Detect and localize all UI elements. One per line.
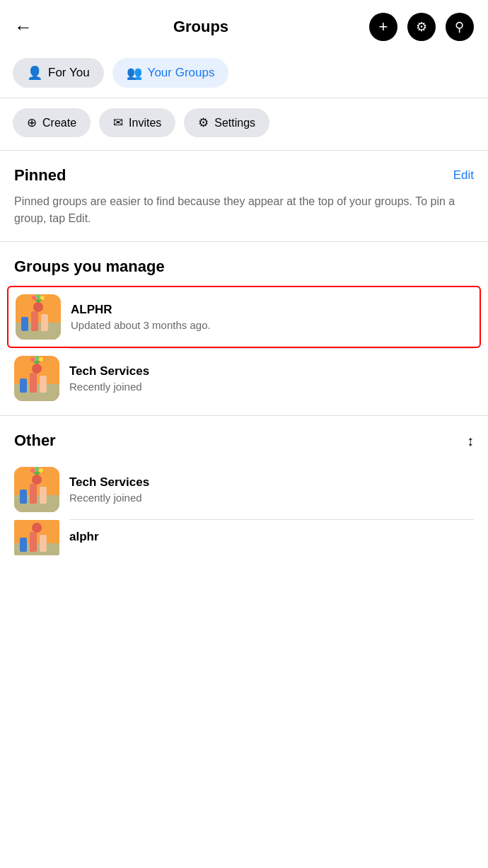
sort-icon[interactable]: ↕ — [467, 433, 474, 449]
svg-rect-2 — [21, 317, 28, 331]
header-icons: + ⚙ ⚲ — [369, 13, 474, 41]
group-item-tech-services-manage[interactable]: Tech Services Recently joined — [14, 349, 474, 408]
invites-icon: ✉ — [113, 115, 123, 130]
app-header: ← Groups + ⚙ ⚲ — [0, 0, 488, 51]
page-title: Groups — [173, 18, 228, 36]
actions-divider — [0, 150, 488, 151]
tab-your-groups-label: Your Groups — [148, 66, 215, 80]
svg-point-41 — [32, 523, 42, 533]
group-item-alphr-other[interactable]: alphr — [14, 520, 474, 555]
svg-rect-16 — [40, 376, 47, 393]
create-button[interactable]: ⊕ Create — [13, 108, 91, 137]
svg-point-33 — [30, 468, 35, 473]
pinned-description: Pinned groups are easier to find because… — [14, 193, 474, 234]
svg-rect-3 — [31, 311, 38, 331]
search-icon-button[interactable]: ⚲ — [446, 13, 474, 41]
pinned-edit-button[interactable]: Edit — [453, 168, 474, 183]
group-thumb-alphr — [16, 294, 61, 340]
svg-point-5 — [33, 302, 43, 312]
group-name-tech-services-manage: Tech Services — [69, 364, 474, 378]
svg-rect-27 — [30, 484, 37, 504]
svg-rect-4 — [41, 314, 48, 331]
svg-point-9 — [32, 296, 36, 300]
settings-icon: ⚙ — [198, 115, 209, 130]
svg-point-35 — [35, 467, 39, 471]
group-info-tech-services-other: Tech Services Recently joined — [69, 475, 474, 504]
group-sub-tech-services-manage: Recently joined — [69, 381, 474, 393]
group-sub-tech-services-other: Recently joined — [69, 492, 474, 504]
group-info-alphr: ALPHR Updated about 3 months ago. — [71, 303, 472, 331]
add-button[interactable]: + — [369, 13, 397, 41]
svg-rect-28 — [40, 487, 47, 504]
svg-rect-39 — [30, 532, 37, 552]
svg-rect-14 — [20, 378, 27, 393]
create-icon: ⊕ — [27, 115, 37, 130]
settings-icon-button[interactable]: ⚙ — [407, 13, 436, 41]
other-header: Other ↕ — [14, 432, 474, 450]
invites-label: Invites — [129, 117, 161, 129]
settings-label: Settings — [214, 117, 255, 129]
groups-you-manage-section: Groups you manage — [0, 245, 488, 412]
group-thumb-tech-services — [14, 356, 59, 401]
group-thumb-tech-services-other — [14, 467, 59, 512]
svg-rect-38 — [20, 538, 27, 552]
svg-rect-40 — [40, 535, 47, 552]
manage-other-divider — [0, 415, 488, 416]
group-name-tech-services-other: Tech Services — [69, 475, 474, 490]
svg-point-21 — [30, 357, 35, 361]
create-label: Create — [42, 117, 76, 129]
svg-rect-15 — [30, 373, 37, 393]
svg-point-17 — [32, 364, 42, 374]
group-name-alphr: ALPHR — [71, 303, 472, 317]
invites-button[interactable]: ✉ Invites — [99, 108, 175, 137]
group-item-alphr[interactable]: ALPHR Updated about 3 months ago. — [7, 286, 481, 348]
svg-point-11 — [36, 294, 40, 299]
svg-point-29 — [32, 475, 42, 485]
groups-you-manage-title: Groups you manage — [14, 257, 474, 276]
group-info-alphr-other: alphr — [69, 530, 474, 546]
actions-row: ⊕ Create ✉ Invites ⚙ Settings — [0, 98, 488, 147]
tab-for-you[interactable]: 👤 For You — [13, 58, 104, 88]
group-item-tech-services-other[interactable]: Tech Services Recently joined — [14, 460, 474, 519]
group-sub-alphr: Updated about 3 months ago. — [71, 319, 472, 331]
group-icon: 👥 — [127, 65, 142, 81]
svg-point-10 — [40, 296, 45, 300]
other-section: Other ↕ — [0, 419, 488, 560]
person-icon: 👤 — [27, 65, 42, 81]
tab-for-you-label: For You — [48, 66, 90, 80]
svg-point-34 — [39, 468, 43, 473]
group-info-tech-services-manage: Tech Services Recently joined — [69, 364, 474, 393]
svg-point-23 — [35, 356, 39, 360]
other-title: Other — [14, 432, 56, 450]
tabs-row: 👤 For You 👥 Your Groups — [0, 51, 488, 98]
pinned-divider — [0, 241, 488, 242]
svg-rect-26 — [20, 490, 27, 504]
settings-button[interactable]: ⚙ Settings — [184, 108, 269, 137]
back-button[interactable]: ← — [14, 16, 33, 38]
group-thumb-alphr-other — [14, 520, 59, 555]
group-name-alphr-other: alphr — [69, 530, 474, 544]
tab-your-groups[interactable]: 👥 Your Groups — [112, 58, 229, 88]
pinned-header: Pinned Edit — [14, 166, 474, 185]
svg-point-22 — [39, 357, 43, 361]
pinned-title: Pinned — [14, 166, 66, 185]
pinned-section: Pinned Edit Pinned groups are easier to … — [0, 154, 488, 238]
